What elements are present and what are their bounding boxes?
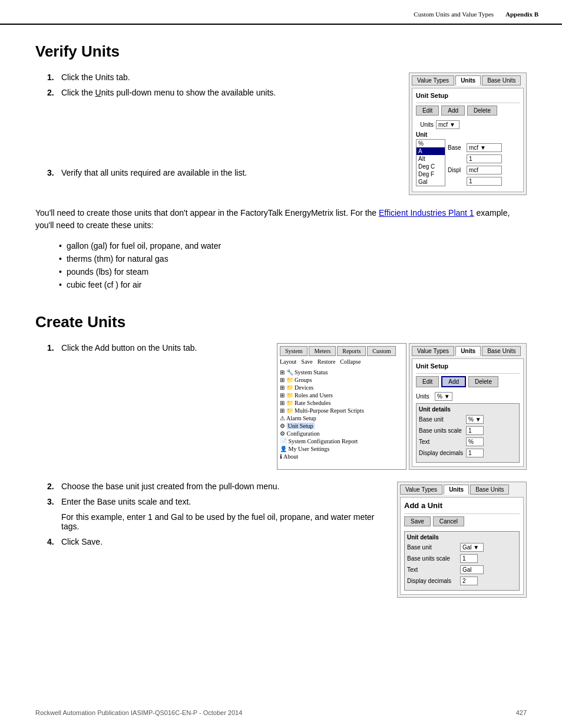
add-decimals-value[interactable]: 2 — [460, 577, 478, 585]
tree-unit-setup[interactable]: ⚙ Unit Setup — [280, 422, 404, 430]
save-btn[interactable]: Save — [301, 358, 312, 365]
add-unit-tabs[interactable]: Value Types Units Base Units — [400, 485, 524, 495]
verify-units-content: 1. Click the Units tab. 2. Click the Uni… — [35, 73, 527, 195]
layout-btn[interactable]: Layout — [280, 358, 296, 365]
list-item-hz[interactable]: Hz — [416, 186, 445, 186]
footer-publication: Rockwell Automation Publication IASIMP-Q… — [35, 709, 242, 716]
save-button[interactable]: Save — [404, 516, 431, 526]
detail-text-label: Text — [419, 439, 466, 445]
add-text-label: Text — [407, 566, 460, 573]
add-decimals-label: Display decimals — [407, 578, 460, 584]
tab-base-units[interactable]: Base Units — [482, 75, 521, 85]
unit-col-header: Unit — [416, 131, 427, 138]
create-step-3: 3. Enter the Base units scale and text. — [47, 497, 385, 506]
add-unit-buttons: Save Cancel — [404, 516, 520, 526]
right-edit-btn[interactable]: Edit — [416, 376, 439, 387]
add-tab-base-units[interactable]: Base Units — [470, 485, 509, 495]
right-add-btn[interactable]: Add — [441, 376, 466, 387]
tree-devices[interactable]: ⊞ 📁 Devices — [280, 384, 404, 391]
tree-sys-config-report[interactable]: 📄 System Configuration Report — [280, 437, 404, 445]
tree-rate-schedules[interactable]: ⊞ 📁 Rate Schedules — [280, 399, 404, 407]
add-decimals-row: Display decimals 2 — [407, 577, 517, 585]
display2-value[interactable]: 1 — [467, 177, 502, 186]
tab-reports[interactable]: Reports — [337, 346, 366, 356]
verify-units-section: Verify Units 1. Click the Units tab. 2. … — [35, 42, 527, 289]
tree-my-settings[interactable]: 👤 My User Settings — [280, 445, 404, 453]
units-right-fields: Base mcf ▼ 1 Displ mcf — [448, 131, 520, 188]
add-text-value[interactable]: Gal — [460, 565, 484, 574]
detail-decimals-value[interactable]: 1 — [466, 449, 484, 457]
add-base-unit-value[interactable]: Gal ▼ — [460, 543, 484, 552]
units-bullet-list: gallon (gal) for fuel oil, propane, and … — [59, 241, 527, 289]
detail-scale-row: Base units scale 1 — [419, 426, 517, 435]
right-units-label: Units — [416, 393, 435, 400]
create-step-3a: For this example, enter 1 and Gal to be … — [47, 512, 385, 531]
restore-btn[interactable]: Restore — [318, 358, 336, 365]
detail-scale-value[interactable]: 1 — [466, 426, 484, 435]
tree-configuration[interactable]: ⚙ Configuration — [280, 430, 404, 437]
create-steps2-4-area: 2. Choose the base unit just created fro… — [35, 482, 527, 598]
tab-units[interactable]: Units — [455, 75, 481, 85]
create-steps2-4-text: 2. Choose the base unit just created fro… — [35, 482, 385, 552]
unit-details-title: Unit details — [419, 406, 517, 413]
bullet-item-2: therms (thm) for natural gas — [59, 254, 527, 263]
list-item-degc[interactable]: Deg C — [416, 163, 445, 170]
verify-steps-list: 1. Click the Units tab. 2. Click the Uni… — [47, 73, 397, 177]
add-scale-label: Base units scale — [407, 555, 460, 562]
right-tab-value-types[interactable]: Value Types — [412, 346, 454, 356]
add-button[interactable]: Add — [441, 106, 465, 116]
detail-decimals-row: Display decimals 1 — [419, 449, 517, 457]
base-value[interactable]: mcf ▼ — [467, 143, 502, 152]
verify-units-title: Verify Units — [35, 42, 527, 61]
add-tab-units[interactable]: Units — [444, 485, 469, 495]
units-listbox[interactable]: % A Alt Deg C Deg F Gal Hz kA kAh kPa — [416, 139, 445, 186]
create-step1-ui: System Meters Reports Custom Layout Save… — [277, 343, 527, 470]
cancel-button[interactable]: Cancel — [433, 516, 464, 526]
tab-custom[interactable]: Custom — [367, 346, 396, 356]
tab-system[interactable]: System — [280, 346, 308, 356]
list-item-degf[interactable]: Deg F — [416, 170, 445, 178]
create-step-2: 2. Choose the base unit just created fro… — [47, 482, 385, 491]
verify-units-text: 1. Click the Units tab. 2. Click the Uni… — [35, 73, 397, 183]
page-footer: Rockwell Automation Publication IASIMP-Q… — [0, 709, 562, 716]
bullet-item-1: gallon (gal) for fuel oil, propane, and … — [59, 241, 527, 251]
delete-button[interactable]: Delete — [467, 106, 497, 116]
list-item-alt[interactable]: Alt — [416, 155, 445, 163]
add-scale-value[interactable]: 1 — [460, 554, 478, 563]
right-tabs-row[interactable]: Value Types Units Base Units — [412, 346, 524, 356]
tab-meters[interactable]: Meters — [309, 346, 336, 356]
detail-text-row: Text % — [419, 437, 517, 446]
list-item-gal[interactable]: Gal — [416, 178, 445, 186]
display-value[interactable]: mcf — [467, 166, 502, 174]
bullet-item-3: pounds (lbs) for steam — [59, 267, 527, 276]
scale-value[interactable]: 1 — [467, 154, 502, 163]
detail-text-value[interactable]: % — [466, 437, 484, 446]
tree-system-status[interactable]: ⊞ 🔧 System Status — [280, 368, 404, 376]
right-units-value[interactable]: % ▼ — [435, 392, 452, 401]
units-list-area: Unit % A Alt Deg C Deg F Gal Hz kA — [416, 131, 445, 188]
right-delete-btn[interactable]: Delete — [468, 376, 498, 387]
collapse-btn[interactable]: Collapse — [340, 358, 361, 365]
units-value[interactable]: mcf ▼ — [436, 120, 459, 129]
list-item-a[interactable]: A — [416, 147, 445, 155]
detail-base-unit-value[interactable]: % ▼ — [466, 415, 484, 424]
sys-menu-tabs[interactable]: System Meters Reports Custom — [280, 346, 404, 356]
tree-alarm-setup[interactable]: ⚠ Alarm Setup — [280, 414, 404, 422]
tree-about[interactable]: ℹ About — [280, 453, 404, 460]
display2-field-row: 1 — [448, 177, 520, 186]
tree-multi-report[interactable]: ⊞ 📁 Multi-Purpose Report Scripts — [280, 407, 404, 414]
para-link[interactable]: Efficient Industries Plant 1 — [379, 208, 474, 218]
right-tab-base-units[interactable]: Base Units — [482, 346, 521, 356]
tab-value-types[interactable]: Value Types — [412, 75, 454, 85]
add-tab-value-types[interactable]: Value Types — [400, 485, 442, 495]
ui-tabs-row[interactable]: Value Types Units Base Units — [412, 75, 524, 85]
unit-setup-buttons: Edit Add Delete — [416, 106, 520, 116]
add-unit-details-title: Unit details — [407, 534, 517, 541]
unit-setup-right-panel: Value Types Units Base Units Unit Setup … — [409, 343, 527, 470]
right-tab-units[interactable]: Units — [455, 346, 481, 356]
list-item-percent[interactable]: % — [416, 140, 445, 147]
edit-button[interactable]: Edit — [416, 106, 439, 116]
tree-groups[interactable]: ⊞ 📁 Groups — [280, 376, 404, 384]
tree-roles-users[interactable]: ⊞ 📁 Roles and Users — [280, 391, 404, 399]
breadcrumb: Custom Units and Value Types Appendix B — [414, 11, 538, 18]
